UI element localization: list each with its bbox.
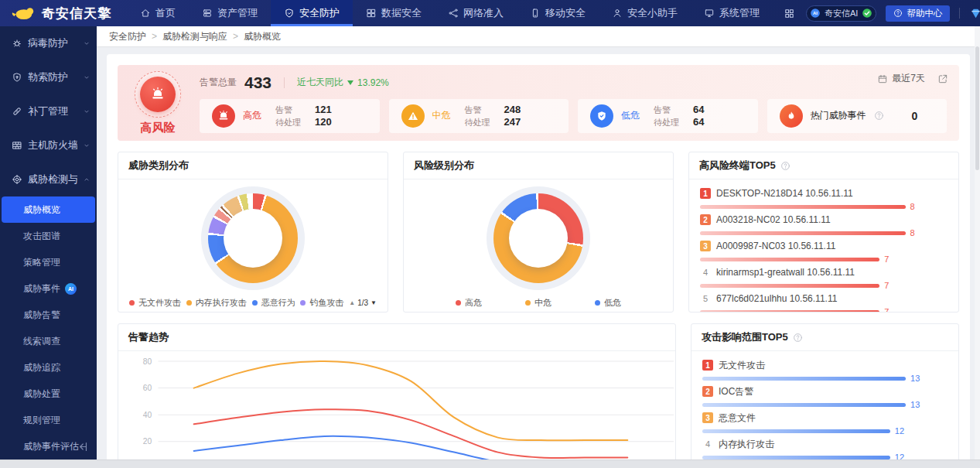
sidebar-item[interactable]: 病毒防护 (0, 26, 97, 60)
nav-item-8[interactable]: 系统管理 (691, 0, 773, 26)
nav-item-5[interactable]: 网络准入 (435, 0, 517, 26)
rank-badge: 1 (700, 188, 711, 199)
item-name: kirinarmsp1-greatwall 10.56.11.11 (716, 267, 855, 278)
bar-value: 8 (910, 231, 915, 235)
nav-item-4[interactable]: 数据安全 (353, 0, 435, 26)
alert-trend-chart: 20406080 (118, 357, 675, 459)
sidebar-subitem[interactable]: 线索调查 (0, 328, 97, 354)
data-icon (366, 8, 377, 19)
patch-icon (12, 106, 22, 117)
rank-badge: 3 (700, 241, 711, 251)
app-logo[interactable]: 奇安信天擎 (0, 5, 127, 22)
horizontal-scrollbar[interactable] (0, 459, 980, 468)
legend-prev-icon[interactable]: ▲ (349, 299, 355, 306)
legend-item[interactable]: 钓鱼攻击 (300, 297, 343, 309)
overview-card: 最近7天 高风险 告警总量 433 (107, 54, 970, 459)
sidebar-subitem[interactable]: 威胁告警 (0, 302, 97, 328)
severity-card[interactable]: 高危告警待处理121120 (200, 99, 380, 133)
nav-item-3[interactable]: 安全防护 (271, 0, 353, 26)
rank-badge: 3 (702, 412, 713, 423)
sidebar-subitem[interactable]: 威胁事件AI (0, 275, 97, 302)
scrollbar-thumb[interactable] (975, 46, 979, 170)
severity-values: 6464 (693, 104, 704, 128)
legend-next-icon[interactable]: ▼ (370, 299, 377, 306)
content-area: 最近7天 高风险 告警总量 433 (97, 46, 975, 459)
nav-item-7[interactable]: 安全小助手 (599, 0, 691, 26)
sidebar-subitem[interactable]: 攻击图谱 (0, 223, 97, 249)
rank-badge: 4 (700, 267, 711, 278)
divider (284, 77, 285, 88)
sidebar-subitem[interactable]: 威胁追踪 (0, 354, 97, 381)
legend-item[interactable]: 内存执行攻击 (186, 297, 247, 309)
sidebar-subitem-active[interactable]: 威胁概览 (2, 196, 95, 223)
severity-card[interactable]: 中危告警待处理248247 (389, 99, 569, 133)
legend: 高危中危低危 (404, 293, 673, 312)
bar-value: 13 (910, 376, 920, 381)
network-icon (448, 8, 459, 19)
bar-value: 7 (884, 257, 889, 261)
chevron-down-icon (83, 39, 90, 47)
check-circle-icon (862, 8, 872, 19)
rank-badge: 2 (702, 386, 713, 397)
value-bar (700, 258, 879, 261)
ai-badge-icon: AI (65, 283, 77, 295)
legend-item[interactable]: 恶意行为 (252, 297, 295, 309)
legend: 无文件攻击内存执行攻击恶意行为钓鱼攻击▲1/3▼ (118, 293, 388, 312)
help-center-button[interactable]: 帮助中心 (886, 5, 950, 22)
threat-icon (12, 174, 22, 185)
alarm-icon (150, 87, 166, 102)
sidebar-subitem[interactable]: 规则管理 (0, 407, 97, 433)
breadcrumb-item[interactable]: 威胁检测与响应 (162, 30, 227, 43)
severity-card[interactable]: 低危告警待处理6464 (578, 99, 758, 133)
sidebar-item[interactable]: 补丁管理 (0, 94, 97, 128)
sidebar-item[interactable]: 威胁检测与响应 (0, 162, 97, 196)
external-link-icon[interactable] (937, 73, 948, 84)
hot-threat-value: 0 (912, 110, 918, 122)
sidebar-subitem[interactable]: 威胁处置 (0, 381, 97, 407)
rank-badge: 2 (700, 214, 711, 225)
sidebar-item[interactable]: 勒索防护 (0, 60, 97, 94)
sidebar-collapse-button[interactable] (76, 440, 89, 453)
legend-item[interactable]: 中危 (525, 297, 551, 309)
severity-values: 121120 (315, 104, 332, 128)
risk-level-donut (404, 179, 673, 293)
gem-shield-icon[interactable] (969, 7, 980, 20)
ai-assistant-badge[interactable]: 奇安信AI (806, 5, 876, 22)
breadcrumb-item[interactable]: 安全防护 (109, 30, 146, 43)
help-icon[interactable] (793, 333, 803, 343)
help-icon[interactable] (780, 161, 790, 171)
date-range-select[interactable]: 最近7天 (877, 72, 925, 85)
main-nav: 首页资产管理安全防护数据安全网络准入移动安全安全小助手系统管理 (127, 0, 773, 26)
nav-item-1[interactable]: 首页 (127, 0, 189, 26)
vertical-scrollbar[interactable] (975, 26, 980, 459)
nav-item-2[interactable]: 资产管理 (189, 0, 271, 26)
sidebar: 病毒防护勒索防护补丁管理主机防火墙威胁检测与响应威胁概览攻击图谱策略管理威胁事件… (0, 26, 97, 459)
legend-item[interactable]: 无文件攻击 (129, 297, 181, 309)
legend-dot (595, 300, 600, 306)
nav-item-6[interactable]: 移动安全 (517, 0, 599, 26)
top-list-item: 3恶意文件12 (702, 412, 948, 433)
legend-dot (186, 300, 192, 306)
alert-trend-chart-area: 20406080 (118, 351, 675, 459)
top-terminals-list: 1DESKTOP-N218D14 10.56.11.1182A003218-NC… (689, 179, 958, 313)
alert-total-value: 433 (244, 73, 271, 92)
sidebar-subitem[interactable]: 策略管理 (0, 249, 97, 275)
threat-category-donut (118, 179, 388, 293)
legend-item[interactable]: 高危 (456, 297, 482, 309)
legend-item[interactable]: 低危 (595, 297, 621, 309)
value-bar (700, 205, 906, 209)
risk-circle (135, 71, 181, 118)
severity-field-labels: 告警待处理 (654, 104, 679, 128)
legend-pager: ▲1/3▼ (349, 299, 377, 307)
apps-grid-button[interactable] (773, 0, 806, 26)
panel-top-terminals: 高风险终端TOP5 1DESKTOP-N218D14 10.56.11.1182… (688, 152, 959, 313)
chevron-up-icon (83, 176, 90, 183)
sidebar-item[interactable]: 主机防火墙 (0, 128, 97, 162)
bottom-row: 告警趋势 20406080 攻击影响范围TOP5 1无文件攻击132IOC告警1… (118, 323, 959, 459)
item-name: DESKTOP-N218D14 10.56.11.11 (716, 188, 853, 199)
top-list-item: 4kirinarmsp1-greatwall 10.56.11.117 (700, 266, 948, 288)
item-name: 内存执行攻击 (719, 438, 774, 451)
hot-threat-card[interactable]: 热门威胁事件0 (767, 99, 948, 133)
help-icon[interactable] (874, 111, 884, 121)
item-name: A0009987-NC03 10.56.11.11 (716, 241, 835, 251)
